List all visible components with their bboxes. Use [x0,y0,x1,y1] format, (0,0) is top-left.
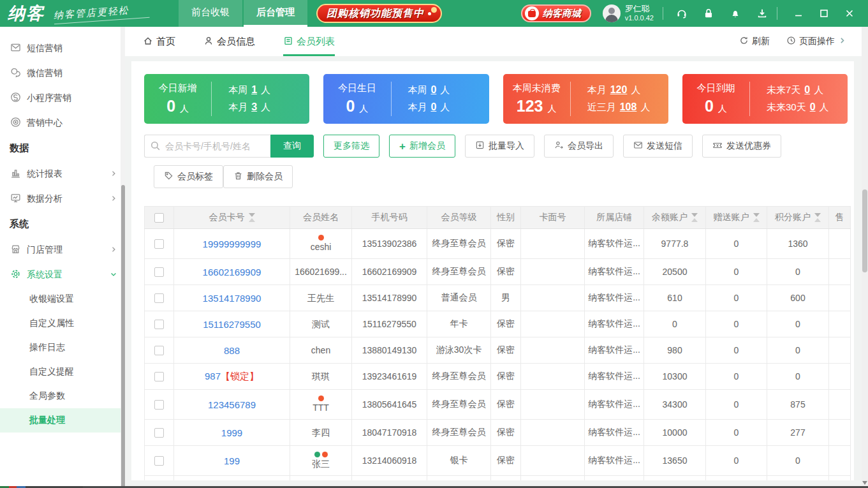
table-row[interactable]: 987【锁定】 琪琪 13923461619 终身至尊会员 保密 纳客软件运..… [145,364,851,390]
member-card-link[interactable]: 19999999999 [203,239,261,249]
member-card-link[interactable]: 123456789 [208,399,256,410]
member-name: 琪琪 [312,371,330,382]
promo-banner[interactable]: 团购核销功能预售中 [316,4,442,23]
envelope-icon [10,42,21,55]
row-checkbox[interactable] [154,456,164,466]
sidebar-item-system-settings[interactable]: 系统设置 [0,262,125,287]
card-no-consume-week: 本周未消费 123人 本月120人 近三月108人 [503,74,668,124]
tab-member-list[interactable]: 会员列表 [283,27,335,56]
table-row[interactable]: 1999 李四 18047170918 终身至尊会员 保密 纳客软件运... 1… [145,420,851,446]
row-checkbox[interactable] [154,267,164,277]
bell-icon[interactable] [730,8,741,19]
card-face-no [521,420,585,446]
sidebar-scrollbar[interactable] [121,27,125,488]
member-card-link[interactable]: 987 [205,371,221,381]
app-logo: 纳客 [8,2,45,25]
tab-front-cashier[interactable]: 前台收银 [179,0,242,27]
scroll-down-arrow[interactable] [862,480,868,486]
member-table: 会员卡号 会员姓名 手机号码 会员等级 性别 卡面号 所属店铺 余额账户 赠送账… [144,206,854,480]
row-checkbox[interactable] [154,346,164,355]
main-scrollbar[interactable] [862,27,868,488]
page-operations-button[interactable]: 页面操作 [786,36,846,47]
member-gender: 保密 [491,229,521,259]
sidebar-item-data-analysis[interactable]: 数据分析 [0,186,125,211]
sidebar-scroll-thumb[interactable] [121,185,125,488]
sort-arrows[interactable] [753,213,760,222]
balance-account: 10000 [644,420,706,446]
member-gender: 男 [491,285,521,311]
tab-backend-manage[interactable]: 后台管理 [244,0,307,27]
member-card-link[interactable]: 15116279550 [203,319,261,330]
sort-arrows[interactable] [691,213,698,222]
main-scroll-thumb[interactable] [862,189,867,272]
batch-import-button[interactable]: 批量导入 [465,135,534,158]
lock-icon[interactable] [703,8,714,19]
sidebar-item-sms-marketing[interactable]: 短信营销 [0,36,125,61]
member-card-link[interactable]: 888 [224,345,240,356]
member-card-link[interactable]: 13514178990 [203,293,261,304]
tab-member-info[interactable]: 会员信息 [203,27,255,56]
table-row[interactable]: 199 张三 13214060918 银卡 保密 纳客软件运... 13650 … [145,446,851,476]
customer-service-icon[interactable] [676,8,688,19]
table-row[interactable]: 16602169909 166021699... 16602169909 终身至… [145,259,851,285]
table-row[interactable]: 15116279550 测试 15116279550 年卡 保密 纳客软件运..… [145,311,851,337]
card-face-no [521,390,585,420]
export-member-button[interactable]: 会员导出 [544,135,614,158]
table-row[interactable]: 888 chen 13880149130 游泳30次卡 保密 纳客软件运... … [145,337,851,364]
query-button[interactable]: 查询 [270,135,314,158]
minimize-button[interactable] [789,5,808,22]
sidebar-item-wechat-marketing[interactable]: 微信营销 [0,61,125,85]
member-name: TTT [313,402,329,413]
sort-arrows[interactable] [814,213,821,222]
sidebar-subitem-operation-log[interactable]: 操作日志 [0,336,125,360]
more-filter-button[interactable]: 更多筛选 [323,135,379,158]
refresh-button[interactable]: 刷新 [739,36,770,47]
member-card-link[interactable]: 1999 [221,427,242,438]
add-member-button[interactable]: +新增会员 [389,135,455,158]
mall-badge[interactable]: 纳客商城 [521,4,591,22]
chevron-right-icon [110,169,117,179]
wechat-icon [10,67,21,80]
trash-icon [233,171,243,182]
select-all-checkbox[interactable] [154,213,164,223]
sidebar-subitem-custom-attributes[interactable]: 自定义属性 [0,311,125,336]
sort-arrows[interactable] [249,213,255,222]
sidebar-item-store-manage[interactable]: 门店管理 [0,237,125,262]
sidebar-item-miniprogram-marketing[interactable]: 小程序营销 [0,85,125,110]
member-tag-button[interactable]: 会员标签 [154,165,223,188]
table-row[interactable]: 123456789 TTT 13805641645 终身至尊会员 保密 纳客软件… [145,390,851,420]
balance-account: 9777.8 [644,229,706,259]
row-checkbox[interactable] [154,320,164,329]
table-row[interactable]: 13514178990 王先生 13514178990 普通会员 男 纳客软件运… [145,285,851,311]
maximize-button[interactable] [814,5,834,22]
member-store: 纳客软件运... [585,311,644,337]
sidebar-subitem-batch-processing[interactable]: 批量处理 [0,408,125,433]
gift-account: 0 [706,390,767,420]
download-icon[interactable] [756,8,768,19]
row-checkbox[interactable] [154,293,164,303]
table-header-row: 会员卡号 会员姓名 手机号码 会员等级 性别 卡面号 所属店铺 余额账户 赠送账… [145,207,851,229]
tab-home[interactable]: 首页 [143,27,175,56]
table-row[interactable]: 19999999999 ceshi 13513902386 终身至尊会员 保密 … [145,229,851,259]
member-card-link[interactable]: 199 [224,455,240,466]
user-info[interactable]: 罗仁聪 v1.0.0.42 [603,4,654,23]
search-input[interactable] [144,135,270,158]
sidebar-item-marketing-center[interactable]: 营销中心 [0,110,125,135]
shopping-bag-icon [525,6,539,20]
member-phone: 13513902386 [352,229,427,259]
send-coupon-button[interactable]: 发送优惠券 [702,135,781,158]
member-card-link[interactable]: 16602169909 [203,267,261,277]
sidebar-subitem-custom-reminder[interactable]: 自定义提醒 [0,360,125,384]
sidebar-subitem-cashier-settings[interactable]: 收银端设置 [0,287,125,311]
row-checkbox[interactable] [154,239,164,249]
delete-member-button[interactable]: 删除会员 [223,165,293,188]
row-checkbox[interactable] [154,400,164,410]
member-gender: 保密 [491,420,521,446]
titlebar: 纳客 纳客管店更轻松 前台收银 后台管理 团购核销功能预售中 纳客商城 罗仁聪 … [0,0,868,27]
row-checkbox[interactable] [154,428,164,438]
send-sms-button[interactable]: 发送短信 [623,135,693,158]
row-checkbox[interactable] [154,372,164,381]
sidebar-item-statistic-reports[interactable]: 统计报表 [0,161,125,186]
sidebar-subitem-global-params[interactable]: 全局参数 [0,384,125,408]
close-button[interactable] [840,5,859,22]
